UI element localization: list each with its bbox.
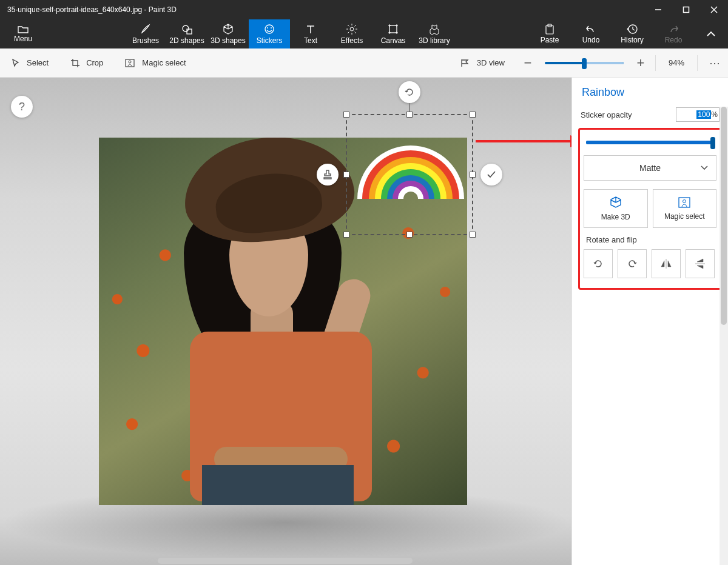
menu-button[interactable]: Menu (0, 19, 46, 48)
svg-rect-1 (684, 7, 689, 13)
folder-icon (18, 25, 29, 33)
3d-view-toggle[interactable]: 3D view (460, 58, 505, 68)
sticker-selection[interactable] (346, 114, 473, 235)
magic-select-icon (125, 58, 136, 68)
opacity-slider[interactable] (586, 141, 714, 144)
svg-line-17 (355, 25, 357, 27)
close-button[interactable] (700, 0, 728, 19)
canvas-area[interactable]: ? (0, 78, 571, 565)
effects-icon (346, 23, 358, 35)
flip-vertical-button[interactable] (686, 249, 715, 278)
resize-handle[interactable] (470, 232, 476, 238)
tool-brushes[interactable]: Brushes (125, 19, 166, 48)
svg-point-6 (265, 25, 274, 33)
checkmark-icon (485, 169, 497, 181)
redo-icon (667, 24, 679, 35)
svg-point-23 (129, 61, 131, 63)
rotate-cw-button[interactable] (618, 249, 647, 278)
zoom-value[interactable]: 94% (659, 58, 693, 67)
rotate-ccw-button[interactable] (584, 249, 613, 278)
paste-button[interactable]: Paste (529, 19, 570, 48)
history-icon (626, 24, 638, 35)
zoom-out-button[interactable]: − (517, 52, 539, 74)
svg-line-15 (355, 32, 357, 34)
panel-title: Rainbow (572, 78, 728, 105)
opacity-value: 100 (696, 110, 711, 119)
svg-point-27 (683, 200, 686, 203)
stickers-icon (263, 23, 275, 35)
crop-tool[interactable]: Crop (70, 58, 103, 68)
tool-label: Effects (341, 36, 363, 45)
properties-panel: Rainbow Sticker opacity 100% Matte Make … (571, 78, 728, 565)
ribbon: Menu Brushes 2D shapes 3D shapes Sticker… (0, 19, 728, 48)
redo-button[interactable]: Redo (653, 19, 694, 48)
select-label: Select (27, 58, 49, 67)
brush-icon (140, 23, 152, 35)
make-3d-button[interactable]: Make 3D (584, 189, 648, 228)
tool-label: Canvas (381, 36, 406, 45)
chevron-down-icon (700, 164, 709, 172)
undo-button[interactable]: Undo (570, 19, 612, 48)
minimize-button[interactable] (644, 0, 672, 19)
window-title: 35-unique-self-portrait-ideas_640x640.jp… (0, 5, 644, 14)
flip-horizontal-button[interactable] (652, 249, 681, 278)
zoom-slider[interactable] (545, 62, 624, 64)
horizontal-scrollbar[interactable] (158, 558, 413, 564)
tool-label: 3D library (419, 36, 450, 45)
resize-handle[interactable] (343, 232, 349, 238)
title-bar: 35-unique-self-portrait-ideas_640x640.jp… (0, 0, 728, 19)
secondary-toolbar: Select Crop Magic select 3D view − + 94%… (0, 48, 728, 78)
divider (697, 55, 698, 71)
flag-icon (460, 58, 471, 68)
tool-2d-shapes[interactable]: 2D shapes (166, 19, 207, 48)
tool-3d-shapes[interactable]: 3D shapes (207, 19, 249, 48)
finish-dropdown[interactable]: Matte (584, 155, 716, 181)
crop-icon (70, 58, 80, 68)
annotation-arrow (473, 129, 571, 153)
svg-point-7 (267, 27, 268, 28)
more-button[interactable]: ⋯ (701, 56, 728, 70)
opacity-input[interactable]: 100% (676, 107, 720, 122)
resize-handle[interactable] (343, 112, 349, 118)
magic-select-button[interactable]: Magic select (653, 189, 717, 228)
resize-handle[interactable] (470, 112, 476, 118)
panel-scrollbar[interactable] (720, 107, 728, 565)
history-button[interactable]: History (612, 19, 653, 48)
divider (655, 55, 656, 71)
svg-line-14 (348, 25, 349, 27)
resize-handle[interactable] (470, 172, 476, 178)
rotate-cw-icon (625, 257, 639, 270)
opacity-unit: % (711, 110, 718, 119)
select-tool[interactable]: Select (11, 58, 49, 68)
rotate-ccw-icon (592, 257, 605, 270)
help-button[interactable]: ? (11, 96, 33, 118)
svg-point-4 (183, 25, 189, 32)
undo-label: Undo (582, 36, 600, 44)
shapes-2d-icon (181, 23, 193, 35)
stamp-button[interactable] (317, 164, 339, 186)
tool-text[interactable]: Text (290, 19, 331, 48)
help-icon: ? (19, 101, 25, 113)
redo-label: Redo (665, 36, 682, 44)
resize-handle[interactable] (406, 232, 413, 238)
maximize-button[interactable] (672, 0, 700, 19)
rainbow-sticker[interactable] (356, 145, 465, 212)
library-3d-icon (428, 23, 440, 35)
paste-icon (544, 24, 555, 35)
magic-select-tool[interactable]: Magic select (125, 58, 186, 68)
rotate-handle[interactable] (399, 81, 420, 103)
zoom-in-button[interactable]: + (630, 52, 652, 74)
rotate-icon (404, 87, 415, 98)
flip-horizontal-icon (659, 257, 673, 270)
tool-3d-library[interactable]: 3D library (414, 19, 455, 48)
tool-effects[interactable]: Effects (331, 19, 372, 48)
resize-handle[interactable] (343, 172, 349, 178)
flip-vertical-icon (693, 257, 707, 270)
tool-label: 2D shapes (169, 36, 204, 45)
expand-panel-button[interactable] (694, 19, 728, 48)
resize-handle[interactable] (406, 112, 413, 118)
tool-canvas[interactable]: Canvas (372, 19, 414, 48)
tool-stickers[interactable]: Stickers (249, 19, 290, 48)
commit-button[interactable] (480, 164, 502, 186)
opacity-label: Sticker opacity (581, 110, 632, 119)
